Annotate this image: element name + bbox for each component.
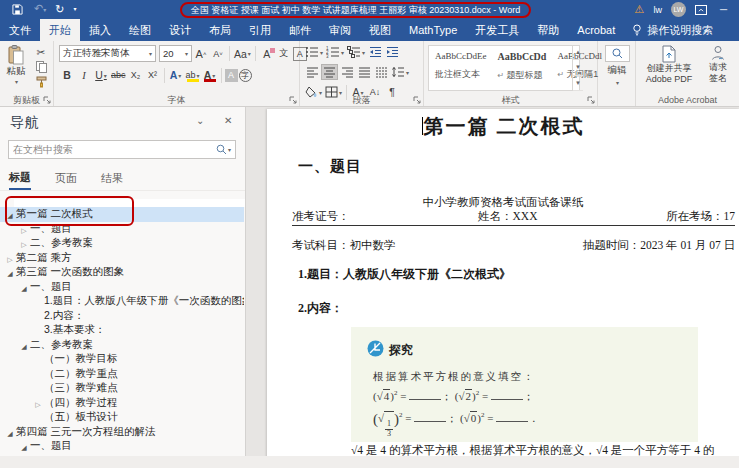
tab-design[interactable]: 设计 — [160, 19, 200, 41]
phonetic-guide-button[interactable]: 文 — [276, 46, 292, 62]
subscript-button[interactable]: X₂ — [128, 67, 144, 83]
expand-icon[interactable] — [18, 339, 30, 351]
collapse-icon[interactable] — [18, 237, 30, 249]
tab-mailings[interactable]: 邮件 — [280, 19, 320, 41]
align-left-icon[interactable] — [304, 64, 320, 80]
shrink-font-button[interactable]: A˅ — [210, 46, 226, 62]
style-card[interactable]: AaBbCcDdEe 批注框文本 — [429, 46, 492, 90]
justify-icon[interactable] — [356, 64, 372, 80]
nav-tree-item[interactable]: 一、题目 — [0, 222, 244, 237]
nav-tab-results[interactable]: 结果 — [101, 166, 123, 190]
collapse-icon[interactable] — [18, 223, 30, 235]
nav-tree-item[interactable]: （三）教学难点 — [0, 381, 244, 396]
style-card[interactable]: AaBbCcDd 题型标题 — [492, 46, 552, 90]
collapse-icon[interactable] — [4, 252, 16, 264]
numbering-icon[interactable]: 123▾ — [325, 44, 345, 60]
document-page[interactable]: 第一篇 二次根式 一、题目 中小学教师资格考试面试备课纸 准考证号： 姓名：XX… — [267, 109, 739, 468]
nav-tree-item[interactable]: （一）教学目标 — [0, 352, 244, 367]
nav-tree-item[interactable]: 第一篇 二次根式 — [0, 207, 244, 222]
doc-item2[interactable]: 2.内容： — [298, 300, 343, 317]
nav-tree-item[interactable]: 第四篇 三元一次方程组的解法 — [0, 425, 244, 440]
nav-tree-item[interactable]: 2.内容： — [0, 309, 244, 324]
underline-button[interactable]: U▾ — [93, 67, 109, 83]
styles-scrollbar[interactable]: ▲ ▼ ▼ — [572, 45, 583, 91]
bold-button[interactable]: B — [59, 67, 75, 83]
font-dialog-launcher[interactable] — [289, 96, 297, 104]
align-right-icon[interactable] — [339, 64, 355, 80]
chevron-down-icon[interactable]: ▾ — [228, 146, 231, 153]
undo-icon[interactable]: ↶▾ — [34, 3, 46, 16]
nav-tree-item[interactable]: 1.题目：人教版八年级下册《一次函数的图象》 — [0, 294, 244, 309]
save-icon[interactable] — [9, 2, 25, 18]
scroll-up-icon[interactable]: ▲ — [573, 45, 583, 60]
tell-me-search[interactable]: 操作说明搜索 — [624, 19, 721, 41]
redo-icon[interactable]: ↻ — [55, 4, 64, 15]
text-effects-button[interactable]: A▾ — [168, 67, 184, 83]
align-center-icon[interactable] — [321, 64, 338, 80]
tab-view[interactable]: 视图 — [360, 19, 400, 41]
tab-home[interactable]: 开始 — [40, 19, 80, 41]
tab-help[interactable]: 帮助 — [528, 19, 568, 41]
font-name-combo[interactable]: 方正特雅宋简体▾ — [59, 45, 156, 62]
multilevel-list-icon[interactable]: ▾ — [346, 44, 366, 60]
nav-tree-item[interactable]: 一、题目 — [0, 280, 244, 295]
tab-references[interactable]: 引用 — [240, 19, 280, 41]
format-painter-icon[interactable] — [33, 75, 49, 88]
textbook-explore-box[interactable]: 探究 根据算术平方根的意义填空： (√4)2 = ； (√2)2 = ； (√1… — [351, 327, 698, 442]
distribute-icon[interactable] — [373, 64, 389, 80]
tab-layout[interactable]: 布局 — [200, 19, 240, 41]
styles-more-icon[interactable]: ▼ — [573, 76, 583, 91]
highlight-button[interactable]: ab▾ — [185, 67, 201, 83]
doc-item1[interactable]: 1.题目：人教版八年级下册《二次根式》 — [298, 266, 511, 283]
nav-tree-item[interactable]: 第二篇 乘方 — [0, 251, 244, 266]
enclose-characters-button[interactable]: 字 — [239, 69, 252, 82]
ribbon-display-icon[interactable] — [695, 5, 707, 15]
nav-tree-item[interactable]: 3.基本要求： — [0, 323, 244, 338]
tab-insert[interactable]: 插入 — [80, 19, 120, 41]
clipboard-dialog-launcher[interactable] — [43, 96, 51, 104]
expand-icon[interactable] — [4, 208, 16, 220]
superscript-button[interactable]: X² — [145, 67, 161, 83]
doc-section-heading[interactable]: 一、题目 — [298, 157, 362, 176]
decrease-indent-icon[interactable] — [367, 44, 383, 60]
change-case-button[interactable]: Aa▾ — [233, 46, 252, 62]
chevron-down-icon[interactable]: ⌄ — [196, 115, 204, 126]
tab-file[interactable]: 文件 — [0, 19, 40, 41]
doc-exam-fields-row[interactable]: 准考证号： 姓名：XXX 所在考场：17 — [292, 209, 735, 226]
cut-icon[interactable]: ✂ — [33, 45, 49, 58]
scroll-down-icon[interactable]: ▼ — [573, 60, 583, 75]
close-icon[interactable]: ✕ — [224, 115, 232, 126]
tab-developer[interactable]: 开发工具 — [466, 19, 528, 41]
create-share-pdf-button[interactable]: 创建并共享 Adobe PDF — [640, 45, 698, 85]
nav-tab-pages[interactable]: 页面 — [55, 166, 77, 190]
nav-tree-item[interactable]: 第三篇 一次函数的图象 — [0, 265, 244, 280]
clear-formatting-button[interactable]: A — [259, 46, 275, 62]
strikethrough-button[interactable]: abc — [110, 67, 127, 83]
paste-button[interactable]: 粘贴 ▾ — [3, 45, 29, 85]
request-signatures-button[interactable]: 请求 签名 — [700, 45, 736, 84]
avatar[interactable]: LW — [671, 2, 686, 17]
warning-icon[interactable]: ⚠ — [635, 4, 645, 15]
grow-font-button[interactable]: A˄ — [193, 46, 209, 62]
character-shading-button[interactable]: A — [225, 69, 238, 82]
tab-mathtype[interactable]: MathType — [400, 19, 466, 41]
bullets-icon[interactable]: ▾ — [304, 44, 324, 60]
expand-icon[interactable] — [4, 426, 16, 438]
search-icon[interactable] — [216, 144, 227, 155]
styles-dialog-launcher[interactable] — [587, 96, 595, 104]
nav-tree-item[interactable]: （五）板书设计 — [0, 410, 244, 425]
font-size-combo[interactable]: 20▾ — [159, 45, 192, 62]
tab-review[interactable]: 审阅 — [320, 19, 360, 41]
expand-icon[interactable] — [18, 440, 30, 452]
expand-icon[interactable] — [18, 281, 30, 293]
tab-acrobat[interactable]: Acrobat — [568, 19, 624, 41]
italic-button[interactable]: I — [76, 67, 92, 83]
copy-icon[interactable] — [33, 60, 49, 73]
font-color-button[interactable]: A▾ — [202, 67, 218, 83]
expand-icon[interactable] — [4, 266, 16, 278]
increase-indent-icon[interactable] — [384, 44, 400, 60]
editing-button[interactable]: 编辑 ▾ — [602, 45, 632, 86]
line-spacing-icon[interactable]: ▾ — [390, 64, 410, 80]
nav-tree-item[interactable]: （二）教学重点 — [0, 367, 244, 382]
nav-tab-headings[interactable]: 标题 — [9, 166, 31, 190]
